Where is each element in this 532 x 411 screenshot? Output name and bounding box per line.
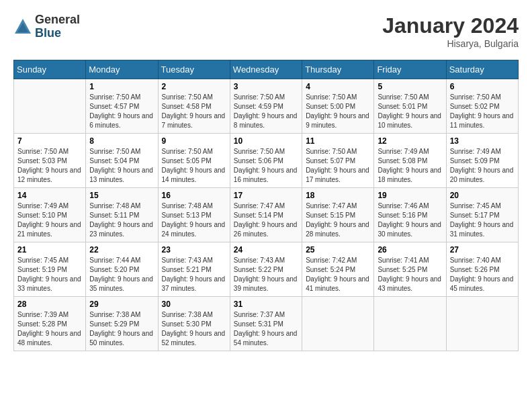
sunset-text: Sunset: 5:05 PM xyxy=(162,157,212,165)
sunrise-text: Sunrise: 7:50 AM xyxy=(89,148,140,155)
calendar-cell: 23Sunrise: 7:43 AMSunset: 5:21 PMDayligh… xyxy=(158,242,230,297)
calendar-cell: 20Sunrise: 7:45 AMSunset: 5:17 PMDayligh… xyxy=(446,188,518,242)
sunrise-text: Sunrise: 7:39 AM xyxy=(17,311,69,318)
sunset-text: Sunset: 5:09 PM xyxy=(450,157,500,165)
day-number: 21 xyxy=(17,245,82,255)
day-info: Sunrise: 7:38 AMSunset: 5:29 PMDaylight:… xyxy=(89,310,154,348)
calendar-cell: 28Sunrise: 7:39 AMSunset: 5:28 PMDayligh… xyxy=(14,297,86,351)
sunset-text: Sunset: 5:29 PM xyxy=(89,320,139,328)
calendar-cell: 17Sunrise: 7:47 AMSunset: 5:14 PMDayligh… xyxy=(230,188,302,242)
calendar-cell: 4Sunrise: 7:50 AMSunset: 5:00 PMDaylight… xyxy=(302,79,374,134)
day-info: Sunrise: 7:50 AMSunset: 5:03 PMDaylight:… xyxy=(17,147,82,185)
calendar-week-row: 14Sunrise: 7:49 AMSunset: 5:10 PMDayligh… xyxy=(14,188,519,242)
sunrise-text: Sunrise: 7:45 AM xyxy=(450,202,501,210)
sunset-text: Sunset: 5:03 PM xyxy=(17,157,67,165)
day-number: 27 xyxy=(450,245,515,255)
daylight-text: Daylight: 9 hours and 52 minutes. xyxy=(162,330,226,347)
title-block: January 2024 Hisarya, Bulgaria xyxy=(382,13,519,49)
sunrise-text: Sunrise: 7:48 AM xyxy=(162,202,213,210)
daylight-text: Daylight: 9 hours and 8 minutes. xyxy=(234,112,298,129)
sunset-text: Sunset: 5:08 PM xyxy=(378,157,427,165)
day-info: Sunrise: 7:50 AMSunset: 4:59 PMDaylight:… xyxy=(234,93,298,130)
sunrise-text: Sunrise: 7:46 AM xyxy=(378,202,429,210)
logo-blue-label: Blue xyxy=(35,27,80,40)
calendar-cell: 15Sunrise: 7:48 AMSunset: 5:11 PMDayligh… xyxy=(86,188,158,242)
day-info: Sunrise: 7:50 AMSunset: 5:05 PMDaylight:… xyxy=(162,147,226,185)
daylight-text: Daylight: 9 hours and 30 minutes. xyxy=(378,221,441,238)
day-number: 30 xyxy=(162,300,226,309)
day-number: 11 xyxy=(306,136,370,146)
logo-general-label: General xyxy=(35,13,80,27)
calendar-cell: 7Sunrise: 7:50 AMSunset: 5:03 PMDaylight… xyxy=(14,134,86,188)
day-number: 28 xyxy=(17,300,82,309)
calendar-cell: 30Sunrise: 7:38 AMSunset: 5:30 PMDayligh… xyxy=(158,297,230,351)
sunrise-text: Sunrise: 7:47 AM xyxy=(306,202,357,210)
day-number: 26 xyxy=(378,245,442,255)
calendar-cell: 1Sunrise: 7:50 AMSunset: 4:57 PMDaylight… xyxy=(86,79,158,134)
col-monday: Monday xyxy=(86,60,158,79)
sunrise-text: Sunrise: 7:50 AM xyxy=(162,93,213,101)
sunrise-text: Sunrise: 7:42 AM xyxy=(306,257,357,264)
logo-icon xyxy=(13,17,32,36)
day-info: Sunrise: 7:48 AMSunset: 5:11 PMDaylight:… xyxy=(89,201,154,239)
sunrise-text: Sunrise: 7:37 AM xyxy=(234,311,285,318)
sunset-text: Sunset: 5:01 PM xyxy=(378,103,427,110)
day-number: 23 xyxy=(162,245,226,255)
day-number: 2 xyxy=(162,82,226,91)
sunset-text: Sunset: 5:10 PM xyxy=(17,212,67,219)
sunrise-text: Sunrise: 7:38 AM xyxy=(89,311,140,318)
daylight-text: Daylight: 9 hours and 14 minutes. xyxy=(162,167,226,183)
sunset-text: Sunset: 5:06 PM xyxy=(234,157,283,165)
sunset-text: Sunset: 5:17 PM xyxy=(450,212,500,219)
day-info: Sunrise: 7:50 AMSunset: 5:07 PMDaylight:… xyxy=(306,147,370,185)
sunrise-text: Sunrise: 7:45 AM xyxy=(17,257,69,264)
sunrise-text: Sunrise: 7:48 AM xyxy=(89,202,140,210)
day-info: Sunrise: 7:50 AMSunset: 5:04 PMDaylight:… xyxy=(89,147,154,185)
sunrise-text: Sunrise: 7:50 AM xyxy=(450,93,501,101)
daylight-text: Daylight: 9 hours and 23 minutes. xyxy=(89,221,153,238)
sunset-text: Sunset: 5:11 PM xyxy=(89,212,139,219)
daylight-text: Daylight: 9 hours and 26 minutes. xyxy=(234,221,298,238)
day-info: Sunrise: 7:50 AMSunset: 4:58 PMDaylight:… xyxy=(162,93,226,130)
location-label: Hisarya, Bulgaria xyxy=(382,38,519,49)
day-number: 4 xyxy=(306,82,370,91)
daylight-text: Daylight: 9 hours and 9 minutes. xyxy=(306,112,369,129)
daylight-text: Daylight: 9 hours and 13 minutes. xyxy=(89,167,153,183)
calendar-table: Sunday Monday Tuesday Wednesday Thursday… xyxy=(13,60,519,351)
day-info: Sunrise: 7:46 AMSunset: 5:16 PMDaylight:… xyxy=(378,201,442,239)
sunset-text: Sunset: 5:19 PM xyxy=(17,266,67,273)
day-number: 8 xyxy=(89,136,154,146)
sunset-text: Sunset: 4:57 PM xyxy=(89,103,139,110)
sunset-text: Sunset: 5:02 PM xyxy=(450,103,500,110)
day-number: 7 xyxy=(17,136,82,146)
day-info: Sunrise: 7:47 AMSunset: 5:15 PMDaylight:… xyxy=(306,201,370,239)
calendar-cell: 31Sunrise: 7:37 AMSunset: 5:31 PMDayligh… xyxy=(230,297,302,351)
sunrise-text: Sunrise: 7:50 AM xyxy=(306,93,357,101)
day-info: Sunrise: 7:38 AMSunset: 5:30 PMDaylight:… xyxy=(162,310,226,348)
daylight-text: Daylight: 9 hours and 54 minutes. xyxy=(234,330,298,347)
sunset-text: Sunset: 5:04 PM xyxy=(89,157,139,165)
daylight-text: Daylight: 9 hours and 31 minutes. xyxy=(450,221,514,238)
day-info: Sunrise: 7:50 AMSunset: 5:06 PMDaylight:… xyxy=(234,147,298,185)
sunset-text: Sunset: 5:28 PM xyxy=(17,320,67,328)
sunrise-text: Sunrise: 7:50 AM xyxy=(89,93,140,101)
daylight-text: Daylight: 9 hours and 17 minutes. xyxy=(306,167,369,183)
calendar-cell: 14Sunrise: 7:49 AMSunset: 5:10 PMDayligh… xyxy=(14,188,86,242)
sunset-text: Sunset: 5:00 PM xyxy=(306,103,355,110)
day-info: Sunrise: 7:43 AMSunset: 5:21 PMDaylight:… xyxy=(162,256,226,293)
calendar-cell: 13Sunrise: 7:49 AMSunset: 5:09 PMDayligh… xyxy=(446,134,518,188)
calendar-cell: 19Sunrise: 7:46 AMSunset: 5:16 PMDayligh… xyxy=(374,188,446,242)
sunset-text: Sunset: 5:13 PM xyxy=(162,212,212,219)
daylight-text: Daylight: 9 hours and 50 minutes. xyxy=(89,330,153,347)
sunset-text: Sunset: 4:58 PM xyxy=(162,103,212,110)
day-info: Sunrise: 7:50 AMSunset: 5:00 PMDaylight:… xyxy=(306,93,370,130)
day-info: Sunrise: 7:49 AMSunset: 5:09 PMDaylight:… xyxy=(450,147,515,185)
day-number: 15 xyxy=(89,191,154,200)
calendar-cell xyxy=(14,79,86,134)
day-info: Sunrise: 7:42 AMSunset: 5:24 PMDaylight:… xyxy=(306,256,370,293)
calendar-cell xyxy=(302,297,374,351)
sunrise-text: Sunrise: 7:50 AM xyxy=(378,93,429,101)
calendar-week-row: 21Sunrise: 7:45 AMSunset: 5:19 PMDayligh… xyxy=(14,242,519,297)
day-info: Sunrise: 7:50 AMSunset: 5:02 PMDaylight:… xyxy=(450,93,515,130)
daylight-text: Daylight: 9 hours and 39 minutes. xyxy=(234,275,298,292)
